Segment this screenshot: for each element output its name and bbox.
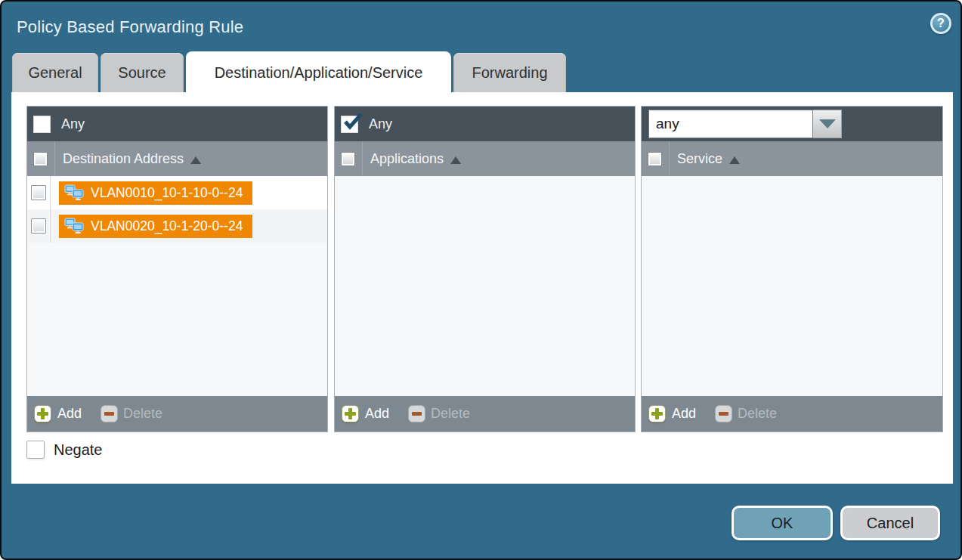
service-dropdown-value: any bbox=[648, 110, 813, 138]
add-button[interactable]: Add bbox=[34, 405, 82, 422]
delete-button[interactable]: Delete bbox=[715, 405, 777, 422]
dialog-title: Policy Based Forwarding Rule bbox=[17, 17, 243, 37]
sort-ascending-icon bbox=[190, 156, 201, 164]
row-checkbox[interactable] bbox=[31, 218, 46, 234]
applications-any-label: Any bbox=[369, 116, 392, 132]
service-dropdown[interactable]: any bbox=[648, 110, 842, 138]
tab-bar: General Source Destination/Application/S… bbox=[12, 51, 566, 94]
add-button[interactable]: Add bbox=[342, 405, 389, 422]
destination-list: VLAN0010_10-1-10-0--24 bbox=[27, 176, 327, 396]
destination-any-checkbox[interactable] bbox=[33, 116, 51, 133]
pbf-rule-dialog: Policy Based Forwarding Rule ? General S… bbox=[0, 0, 962, 560]
destination-column-header[interactable]: Destination Address bbox=[27, 141, 327, 176]
delete-button[interactable]: Delete bbox=[101, 405, 162, 422]
address-object-name: VLAN0010_10-1-10-0--24 bbox=[91, 185, 243, 201]
add-plus-icon bbox=[648, 405, 666, 422]
address-object-chip[interactable]: VLAN0020_10-1-20-0--24 bbox=[59, 215, 252, 238]
add-label: Add bbox=[57, 406, 82, 422]
service-footer: Add Delete bbox=[642, 396, 942, 432]
check-icon bbox=[342, 112, 363, 132]
service-panel: any Service Add D bbox=[641, 106, 943, 432]
destination-select-all-checkbox[interactable] bbox=[33, 152, 48, 166]
ok-button[interactable]: OK bbox=[732, 506, 833, 540]
row-checkbox[interactable] bbox=[31, 185, 46, 200]
cancel-button[interactable]: Cancel bbox=[840, 506, 940, 540]
address-object-chip[interactable]: VLAN0010_10-1-10-0--24 bbox=[59, 181, 252, 205]
applications-any-bar: Any bbox=[335, 107, 635, 141]
delete-minus-icon bbox=[408, 405, 425, 422]
tab-content: Any Destination Address bbox=[11, 92, 953, 484]
dropdown-button[interactable] bbox=[813, 110, 842, 138]
tab-source[interactable]: Source bbox=[101, 53, 184, 92]
tab-general[interactable]: General bbox=[12, 53, 98, 92]
row-checkbox-cell bbox=[27, 176, 51, 209]
table-row: VLAN0010_10-1-10-0--24 bbox=[27, 176, 327, 209]
applications-column-label: Applications bbox=[370, 151, 444, 167]
service-list bbox=[642, 176, 942, 396]
delete-minus-icon bbox=[715, 405, 732, 422]
negate-checkbox[interactable] bbox=[26, 441, 45, 459]
sort-ascending-icon bbox=[729, 156, 740, 164]
address-object-name: VLAN0020_10-1-20-0--24 bbox=[91, 218, 243, 234]
add-label: Add bbox=[672, 406, 696, 422]
delete-label: Delete bbox=[738, 406, 777, 422]
destination-any-bar: Any bbox=[27, 107, 327, 141]
add-label: Add bbox=[365, 406, 389, 422]
service-column-label: Service bbox=[677, 151, 722, 167]
chevron-down-icon bbox=[819, 119, 836, 128]
applications-footer: Add Delete bbox=[335, 396, 635, 432]
tab-destination-application-service[interactable]: Destination/Application/Service bbox=[186, 51, 451, 94]
add-button[interactable]: Add bbox=[648, 405, 696, 422]
tab-forwarding[interactable]: Forwarding bbox=[453, 53, 566, 92]
applications-any-checkbox[interactable] bbox=[341, 116, 358, 133]
column-divider bbox=[362, 141, 363, 176]
destination-footer: Add Delete bbox=[27, 396, 327, 432]
negate-label: Negate bbox=[54, 441, 103, 459]
delete-button[interactable]: Delete bbox=[408, 405, 470, 422]
negate-row: Negate bbox=[26, 441, 103, 459]
address-object-icon bbox=[64, 184, 84, 202]
service-dropdown-bar: any bbox=[642, 107, 942, 141]
help-icon[interactable]: ? bbox=[930, 13, 951, 34]
service-column-header[interactable]: Service bbox=[642, 141, 942, 176]
table-row: VLAN0020_10-1-20-0--24 bbox=[27, 209, 327, 243]
row-checkbox-cell bbox=[27, 209, 51, 243]
service-select-all-checkbox[interactable] bbox=[648, 152, 662, 166]
destination-panel: Any Destination Address bbox=[26, 106, 328, 432]
add-plus-icon bbox=[342, 405, 359, 422]
applications-panel: Any Applications Add Delete bbox=[334, 106, 636, 432]
add-plus-icon bbox=[34, 405, 51, 422]
column-divider bbox=[54, 141, 55, 176]
destination-column-label: Destination Address bbox=[63, 151, 184, 167]
delete-label: Delete bbox=[123, 406, 162, 422]
sort-ascending-icon bbox=[450, 156, 461, 164]
destination-any-label: Any bbox=[61, 116, 85, 132]
applications-column-header[interactable]: Applications bbox=[335, 141, 635, 176]
applications-list bbox=[335, 176, 635, 396]
delete-minus-icon bbox=[101, 405, 118, 422]
applications-select-all-checkbox[interactable] bbox=[341, 152, 355, 166]
address-object-icon bbox=[64, 218, 84, 235]
delete-label: Delete bbox=[431, 406, 470, 422]
column-divider bbox=[669, 141, 670, 176]
